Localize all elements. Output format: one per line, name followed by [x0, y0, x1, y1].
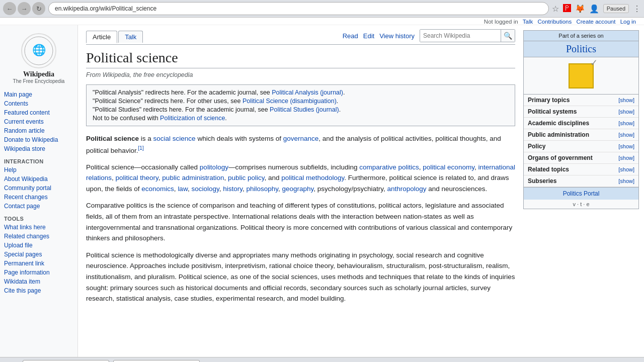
refresh-button[interactable]: ↻ — [32, 2, 45, 15]
user-icon[interactable]: 👤 — [589, 4, 599, 14]
tab-talk[interactable]: Talk — [118, 31, 143, 43]
policy-show[interactable]: [show] — [618, 143, 634, 149]
sidebar-item-related-changes[interactable]: Related changes — [0, 232, 77, 241]
sidebar-item-upload[interactable]: Upload file — [0, 241, 77, 250]
bottom-tab-1[interactable]: 🖼 Political Science 1...jpeg ∧ — [23, 360, 109, 362]
political-theory-link[interactable]: political theory — [116, 174, 158, 182]
subseries-show[interactable]: [show] — [618, 178, 634, 184]
wiki-logo-subtitle: The Free Encyclopedia — [2, 78, 75, 84]
wiki-logo-image: 🌐 — [21, 33, 56, 68]
forward-button[interactable]: → — [18, 2, 31, 15]
sidebar-item-main-page[interactable]: Main page — [0, 90, 77, 99]
sidebar-item-help[interactable]: Help — [0, 165, 77, 174]
browser-chrome: ← → ↻ ☆ 🅿 🦊 👤 Paused ⋮ Not logged in Tal… — [0, 0, 644, 25]
political-studies-link[interactable]: Political Studies (journal) — [270, 106, 339, 113]
sidebar-item-random-article[interactable]: Random article — [0, 126, 77, 135]
hatnote-box: "Political Analysis" redirects here. For… — [86, 84, 515, 126]
ref-1[interactable]: [1] — [138, 145, 144, 151]
policy-label: Policy — [528, 143, 545, 150]
philosophy-link[interactable]: philosophy — [246, 185, 278, 193]
sidebar-item-permanent-link[interactable]: Permanent link — [0, 259, 77, 268]
paragraph-3: Comparative politics is the science of c… — [86, 200, 515, 243]
academic-disciplines-label: Academic disciplines — [528, 120, 589, 127]
anthropology-link[interactable]: anthropology — [387, 185, 426, 193]
address-bar[interactable] — [48, 2, 549, 15]
politics-row-systems: Political systems [show] — [524, 106, 638, 118]
sidebar: 🌐 Wikipedia The Free Encyclopedia Main p… — [0, 25, 78, 357]
public-admin-show[interactable]: [show] — [618, 132, 634, 138]
academic-disciplines-show[interactable]: [show] — [618, 120, 634, 126]
geography-link[interactable]: geography — [282, 185, 314, 193]
sidebar-item-current-events[interactable]: Current events — [0, 117, 77, 126]
law-link[interactable]: law — [178, 185, 188, 193]
political-economy-link[interactable]: political economy — [423, 163, 474, 171]
sociology-link[interactable]: sociology — [191, 185, 219, 193]
menu-icon[interactable]: ⋮ — [633, 4, 641, 14]
primary-topics-show[interactable]: [show] — [618, 97, 634, 103]
public-admin-link[interactable]: public administration — [162, 174, 224, 182]
search-button[interactable]: 🔍 — [501, 30, 515, 42]
political-systems-label: Political systems — [528, 108, 577, 115]
economics-link[interactable]: economics — [141, 185, 174, 193]
politics-portal-link[interactable]: Politics Portal — [524, 187, 638, 200]
sidebar-item-recent-changes[interactable]: Recent changes — [0, 193, 77, 202]
view-history-link[interactable]: View history — [379, 32, 415, 40]
sidebar-item-contact[interactable]: Contact page — [0, 202, 77, 211]
political-methodology-link[interactable]: political methodology — [281, 174, 344, 182]
extension-icon[interactable]: 🦊 — [575, 4, 585, 14]
contributions-link[interactable]: Contributions — [537, 19, 572, 25]
search-input[interactable] — [420, 30, 501, 42]
social-science-link[interactable]: social science — [153, 135, 196, 142]
organs-label: Organs of government — [528, 154, 593, 161]
public-admin-label: Public administration — [528, 131, 589, 138]
sidebar-item-store[interactable]: Wikipedia store — [0, 144, 77, 153]
sidebar-item-page-info[interactable]: Page information — [0, 268, 77, 277]
sidebar-item-what-links[interactable]: What links here — [0, 223, 77, 232]
back-button[interactable]: ← — [3, 2, 16, 15]
paused-badge[interactable]: Paused — [603, 4, 629, 13]
related-topics-show[interactable]: [show] — [618, 166, 634, 172]
hatnote-2: "Political Science" redirects here. For … — [93, 98, 509, 105]
politics-row-public-admin: Public administration [show] — [524, 129, 638, 141]
ballot-check-icon: ✓ — [590, 57, 598, 68]
bottom-bar: Cot # 🖼 Political Science 1...jpeg ∧ 🖼 P… — [0, 357, 644, 362]
hatnote-1: "Political Analysis" redirects here. For… — [93, 89, 509, 96]
paragraph-1: Political science is a social science wh… — [86, 133, 515, 156]
politicization-link[interactable]: Politicization of science — [160, 115, 225, 122]
politics-row-subseries: Subseries [show] — [524, 175, 638, 187]
tabs-left: Article Talk — [86, 31, 143, 43]
political-science-disambig-link[interactable]: Political Science (disambiguation) — [243, 98, 337, 105]
sidebar-item-about[interactable]: About Wikipedia — [0, 174, 77, 184]
sidebar-item-special-pages[interactable]: Special pages — [0, 250, 77, 259]
left-column: Article Talk Read Edit View history 🔍 Po… — [78, 25, 523, 357]
bookmark-icon[interactable]: ☆ — [552, 4, 559, 14]
sidebar-item-donate[interactable]: Donate to Wikipedia — [0, 135, 77, 144]
tools-heading: Tools — [0, 214, 77, 223]
edit-link[interactable]: Edit — [363, 32, 374, 40]
create-account-link[interactable]: Create account — [576, 19, 615, 25]
search-bar: 🔍 — [420, 29, 515, 42]
sidebar-tools: Tools What links here Related changes Up… — [0, 214, 77, 295]
pocket-icon[interactable]: 🅿 — [563, 4, 571, 13]
politology-link[interactable]: politology — [200, 163, 228, 171]
sidebar-item-community[interactable]: Community portal — [0, 184, 77, 193]
login-link[interactable]: Log in — [620, 19, 636, 25]
read-link[interactable]: Read — [343, 32, 358, 40]
public-policy-link[interactable]: public policy — [228, 174, 265, 182]
history-link[interactable]: history — [223, 185, 243, 193]
political-analysis-link[interactable]: Political Analysis (journal) — [272, 89, 343, 96]
sidebar-item-wikidata[interactable]: Wikidata item — [0, 277, 77, 286]
bottom-tab-2[interactable]: 🖼 Political Science 1...jpeg ∧ — [113, 360, 200, 362]
wiki-page: 🌐 Wikipedia The Free Encyclopedia Main p… — [0, 25, 644, 357]
interaction-heading: Interaction — [0, 156, 77, 165]
political-systems-show[interactable]: [show] — [618, 109, 634, 115]
browser-icons: ☆ 🅿 🦊 👤 Paused ⋮ — [552, 4, 641, 14]
tab-article[interactable]: Article — [86, 31, 117, 43]
sidebar-item-contents[interactable]: Contents — [0, 99, 77, 108]
comparative-politics-link[interactable]: comparative politics — [359, 163, 419, 171]
sidebar-item-featured-content[interactable]: Featured content — [0, 108, 77, 117]
organs-show[interactable]: [show] — [618, 155, 634, 161]
sidebar-item-cite[interactable]: Cite this page — [0, 286, 77, 295]
talk-link[interactable]: Talk — [523, 19, 533, 25]
governance-link[interactable]: governance — [283, 135, 319, 142]
